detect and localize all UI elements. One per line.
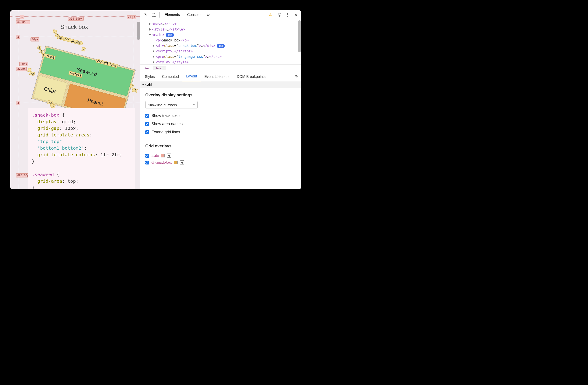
- grid-size-badge: 64.80px: [16, 20, 30, 24]
- svg-point-7: [287, 16, 288, 17]
- tab-computed[interactable]: Computed: [159, 72, 183, 81]
- svg-point-5: [287, 13, 288, 14]
- grid-size-badge: 80px: [31, 37, 39, 42]
- devtools-window: 1 1 64.80px 393.60px -1 2 2 80px 80px 22…: [10, 10, 301, 189]
- grid-overlays-heading: Grid overlays: [145, 144, 296, 149]
- tab-console[interactable]: Console: [184, 10, 204, 19]
- grid-line-badge: 2: [16, 35, 20, 39]
- overlay-checkbox-snackbox[interactable]: [145, 161, 149, 165]
- close-icon[interactable]: [292, 11, 299, 19]
- settings-icon[interactable]: [276, 11, 283, 19]
- overlay-settings-heading: Overlay display settings: [145, 93, 296, 98]
- panel-tabs: Styles Computed Layout Event Listeners D…: [140, 72, 301, 81]
- grid-line-badge: 1: [20, 15, 24, 19]
- checkbox-area-names[interactable]: [145, 122, 149, 126]
- checkbox-label: Show area names: [151, 122, 183, 126]
- overlay-checkbox-main[interactable]: [145, 154, 149, 158]
- svg-point-6: [287, 14, 288, 15]
- tab-event-listeners[interactable]: Event Listeners: [201, 72, 233, 81]
- reveal-element-icon[interactable]: [167, 153, 171, 158]
- kebab-menu-icon[interactable]: [284, 11, 291, 19]
- checkbox-label: Extend grid lines: [151, 130, 180, 134]
- dom-tree[interactable]: <nav>…</nav> <style>…</style> <main>grid…: [140, 19, 301, 64]
- line-numbers-select[interactable]: Show line numbers: [145, 101, 198, 108]
- issues-indicator[interactable]: 1: [269, 13, 275, 17]
- inspect-icon[interactable]: [142, 11, 149, 19]
- line-tag: 2: [37, 45, 42, 50]
- css-code-block: .snack-box { display: grid; grid-gap: 10…: [28, 108, 135, 189]
- grid-size-badge: 393.60px: [68, 17, 84, 21]
- line-tag: -3: [132, 88, 138, 92]
- grid-line-badge: 2: [132, 15, 136, 19]
- selector-breadcrumb[interactable]: html head: [140, 64, 301, 72]
- page-heading: Snack box: [60, 23, 88, 31]
- grid-line-badge: 3: [16, 101, 20, 105]
- svg-rect-2: [270, 14, 271, 15]
- svg-point-4: [279, 14, 280, 16]
- dom-scrollbar[interactable]: [298, 20, 301, 52]
- tab-styles[interactable]: Styles: [141, 72, 159, 81]
- checkbox-extend-lines[interactable]: [145, 130, 149, 134]
- overlay-label: main: [151, 153, 159, 158]
- devtools-toolbar: Elements Console 1: [140, 10, 301, 19]
- track-tag: 1fr·96.66px: [63, 37, 83, 45]
- line-tag: -3: [29, 71, 35, 76]
- tab-layout[interactable]: Layout: [182, 72, 201, 81]
- layout-panel-body: Overlay display settings Show line numbe…: [140, 88, 301, 171]
- line-tag: 1: [53, 29, 57, 34]
- grid-size-badge: 222px: [16, 67, 27, 71]
- svg-rect-3: [270, 16, 271, 16]
- more-tabs-icon[interactable]: [205, 11, 212, 19]
- tab-elements[interactable]: Elements: [162, 10, 183, 19]
- tab-dom-breakpoints[interactable]: DOM Breakpoints: [233, 72, 269, 81]
- reveal-element-icon[interactable]: [180, 160, 184, 165]
- page-preview: 1 1 64.80px 393.60px -1 2 2 80px 80px 22…: [10, 10, 140, 189]
- grid-size-badge: 80px: [19, 62, 28, 66]
- device-toggle-icon[interactable]: [150, 11, 158, 19]
- grid-line-badge: -1: [127, 15, 132, 19]
- more-panel-tabs-icon[interactable]: [292, 75, 300, 79]
- svg-rect-1: [154, 14, 156, 16]
- devtools-panel: Elements Console 1 <nav>…</nav> <style>……: [140, 10, 301, 189]
- color-swatch[interactable]: [174, 161, 178, 164]
- checkbox-label: Show track sizes: [151, 113, 181, 118]
- grid-section-header[interactable]: Grid: [140, 81, 301, 88]
- line-tag: 2: [82, 47, 86, 51]
- scrollbar[interactable]: [137, 22, 140, 40]
- chevron-down-icon: [193, 104, 195, 106]
- overlay-label: div.snack-box: [151, 160, 172, 165]
- checkbox-track-sizes[interactable]: [145, 114, 149, 118]
- color-swatch[interactable]: [161, 154, 165, 157]
